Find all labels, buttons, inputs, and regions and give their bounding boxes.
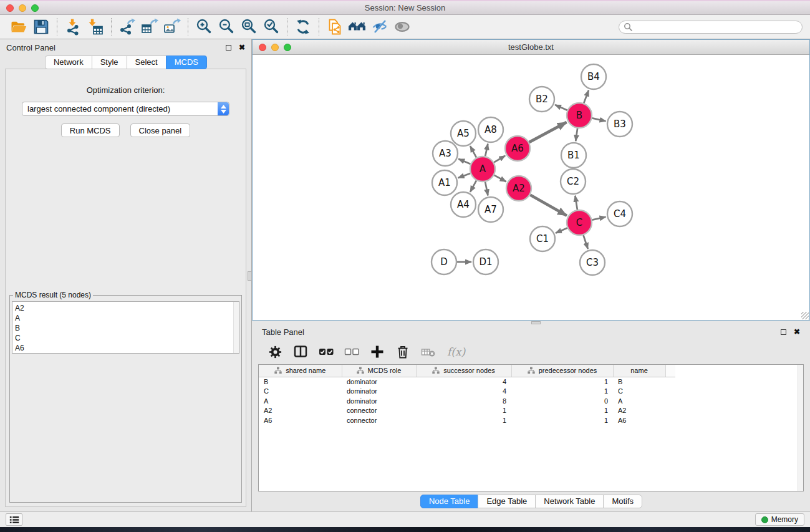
network-edge-B-B3[interactable]: [592, 118, 606, 121]
close-panel-icon[interactable]: ✖: [239, 44, 245, 51]
table-row[interactable]: Adominator80A: [259, 396, 675, 406]
tab-network-table[interactable]: Network Table: [535, 495, 604, 508]
table-cell[interactable]: A2: [613, 406, 665, 416]
table-row[interactable]: A2connector11A2: [259, 406, 675, 416]
table-cell[interactable]: 1: [511, 415, 613, 425]
search-input[interactable]: [619, 21, 803, 34]
zoom-fit-content-button[interactable]: [238, 17, 260, 37]
table-cell[interactable]: dominator: [342, 396, 416, 406]
tab-network[interactable]: Network: [45, 56, 92, 69]
float-panel-icon[interactable]: [781, 329, 786, 335]
zoom-in-button[interactable]: [193, 17, 215, 37]
deselect-all-columns-button[interactable]: [344, 344, 360, 360]
network-edge-A-A3[interactable]: [458, 159, 470, 164]
minimize-window-button[interactable]: [19, 4, 26, 12]
zoom-selected-button[interactable]: [260, 17, 282, 37]
run-mcds-button[interactable]: Run MCDS: [61, 123, 120, 137]
import-table-from-file-button[interactable]: [84, 17, 107, 37]
memory-button[interactable]: Memory: [755, 513, 804, 526]
table-cell[interactable]: connector: [342, 406, 416, 416]
network-canvas[interactable]: AA1A2A3A4A5A6A7A8BB1B2B3B4CC1C2C3C4DD1: [253, 55, 809, 320]
table-cell[interactable]: B: [259, 377, 342, 387]
table-row[interactable]: A6connector11A6: [259, 415, 675, 425]
network-node-B1[interactable]: B1: [561, 143, 586, 168]
tab-style[interactable]: Style: [92, 56, 127, 69]
zoom-out-button[interactable]: [215, 17, 238, 37]
show-column-panel-button[interactable]: [292, 344, 309, 360]
new-network-from-selection-button[interactable]: [324, 17, 346, 37]
network-node-D1[interactable]: D1: [473, 249, 498, 274]
table-cell[interactable]: B: [613, 377, 665, 387]
network-node-C3[interactable]: C3: [580, 250, 605, 275]
show-network-overview-button[interactable]: [346, 17, 369, 37]
network-graph[interactable]: AA1A2A3A4A5A6A7A8BB1B2B3B4CC1C2C3C4DD1: [253, 55, 809, 320]
tab-edge-table[interactable]: Edge Table: [478, 495, 536, 508]
tab-select[interactable]: Select: [127, 56, 166, 69]
add-column-button[interactable]: [369, 344, 385, 360]
mcds-result-item[interactable]: A: [15, 313, 239, 323]
open-session-button[interactable]: [7, 17, 30, 37]
tab-mcds[interactable]: MCDS: [166, 56, 207, 69]
float-panel-icon[interactable]: [226, 45, 231, 51]
table-cell[interactable]: 1: [511, 377, 613, 387]
horizontal-panel-divider[interactable]: [252, 321, 810, 324]
network-node-C[interactable]: C: [567, 210, 592, 235]
network-node-A7[interactable]: A7: [478, 197, 503, 222]
table-cell[interactable]: A2: [259, 406, 342, 416]
close-panel-icon[interactable]: ✖: [794, 328, 800, 336]
table-cell[interactable]: 0: [511, 396, 613, 406]
save-session-button[interactable]: [30, 17, 52, 37]
table-cell[interactable]: A: [613, 396, 665, 406]
network-node-C2[interactable]: C2: [561, 169, 586, 194]
delete-table-button[interactable]: [420, 344, 436, 360]
criterion-select[interactable]: largest connected component (directed): [22, 102, 229, 116]
network-edge-A6-B[interactable]: [529, 122, 567, 142]
export-network-button[interactable]: [116, 17, 138, 37]
tab-motifs[interactable]: Motifs: [603, 495, 642, 508]
table-cell[interactable]: 4: [416, 387, 511, 397]
close-window-button[interactable]: [6, 4, 14, 12]
network-edge-B-B1[interactable]: [576, 128, 577, 141]
network-node-C4[interactable]: C4: [607, 201, 632, 226]
network-node-B[interactable]: B: [567, 103, 592, 128]
mcds-result-item[interactable]: A2: [15, 303, 239, 313]
table-cell[interactable]: dominator: [342, 377, 416, 387]
table-cell[interactable]: C: [613, 387, 665, 397]
network-node-D[interactable]: D: [432, 249, 456, 274]
network-edge-A-A2[interactable]: [494, 175, 506, 181]
network-edge-A-A6[interactable]: [494, 156, 505, 163]
apply-preferred-layout-button[interactable]: [292, 17, 314, 37]
scrollbar[interactable]: [233, 302, 239, 353]
network-edge-A2-C[interactable]: [530, 195, 567, 215]
table-cell[interactable]: C: [259, 387, 342, 397]
table-cell[interactable]: 4: [416, 377, 511, 387]
table-cell[interactable]: A6: [613, 415, 665, 425]
network-node-A6[interactable]: A6: [505, 136, 530, 161]
column-header-shared-name[interactable]: shared name: [259, 365, 342, 377]
network-node-A[interactable]: A: [470, 157, 495, 181]
select-all-columns-button[interactable]: [318, 344, 334, 360]
table-cell[interactable]: A6: [259, 415, 342, 425]
function-builder-button[interactable]: f(x): [447, 346, 465, 358]
network-node-C1[interactable]: C1: [530, 226, 555, 251]
scrollbar[interactable]: [798, 365, 803, 491]
table-cell[interactable]: connector: [342, 415, 416, 425]
zoom-network-view-button[interactable]: [284, 44, 291, 51]
column-header-successor-nodes[interactable]: successor nodes: [416, 365, 511, 377]
panel-divider-handle[interactable]: [248, 271, 252, 281]
import-network-from-file-button[interactable]: [62, 17, 84, 37]
table-cell[interactable]: dominator: [342, 387, 416, 397]
network-edge-C-C1[interactable]: [556, 228, 567, 233]
window-resize-grip[interactable]: [801, 312, 809, 319]
close-panel-button[interactable]: Close panel: [130, 123, 191, 137]
tab-node-table[interactable]: Node Table: [420, 495, 479, 508]
column-header-predecessor-nodes[interactable]: predecessor nodes: [511, 365, 613, 377]
task-history-button[interactable]: [6, 513, 22, 526]
delete-columns-button[interactable]: [395, 344, 411, 360]
network-edge-B-B4[interactable]: [584, 90, 589, 104]
panel-divider-handle[interactable]: [531, 321, 541, 324]
network-node-B3[interactable]: B3: [607, 112, 632, 137]
column-settings-gear-button[interactable]: [267, 344, 283, 360]
network-edge-A-A4[interactable]: [470, 180, 476, 191]
network-edge-B-B2[interactable]: [555, 105, 567, 110]
